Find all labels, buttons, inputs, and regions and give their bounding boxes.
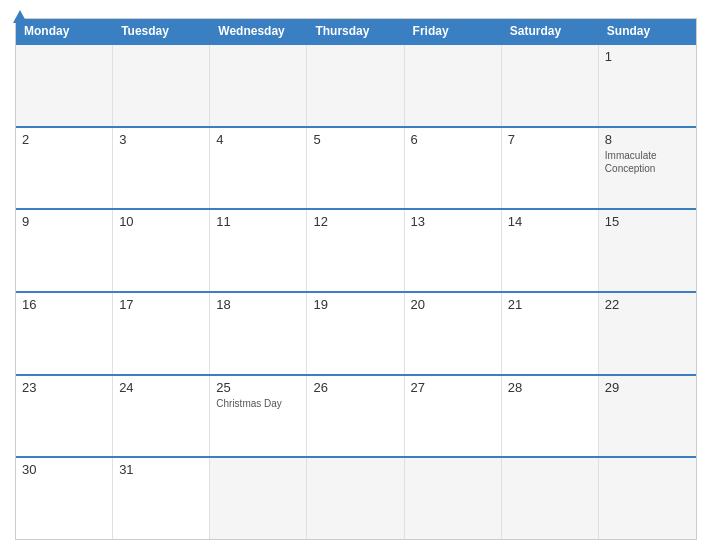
calendar-cell: 16 — [16, 293, 113, 374]
day-number: 3 — [119, 132, 203, 147]
calendar-cell: 23 — [16, 376, 113, 457]
day-number: 11 — [216, 214, 300, 229]
calendar-cell: 7 — [502, 128, 599, 209]
calendar-cell: 24 — [113, 376, 210, 457]
day-header-thursday: Thursday — [307, 19, 404, 43]
calendar-cell — [210, 45, 307, 126]
calendar-cell: 8Immaculate Conception — [599, 128, 696, 209]
calendar-cell: 13 — [405, 210, 502, 291]
calendar-week-2: 2345678Immaculate Conception — [16, 126, 696, 209]
day-number: 30 — [22, 462, 106, 477]
day-number: 17 — [119, 297, 203, 312]
calendar-week-6: 3031 — [16, 456, 696, 539]
calendar-cell: 25Christmas Day — [210, 376, 307, 457]
calendar-cell — [599, 458, 696, 539]
day-number: 23 — [22, 380, 106, 395]
calendar-cell: 17 — [113, 293, 210, 374]
calendar-day-headers: MondayTuesdayWednesdayThursdayFridaySatu… — [16, 19, 696, 43]
day-number: 5 — [313, 132, 397, 147]
calendar-cell: 6 — [405, 128, 502, 209]
calendar-cell: 4 — [210, 128, 307, 209]
day-number: 26 — [313, 380, 397, 395]
calendar-cell — [405, 45, 502, 126]
day-number: 27 — [411, 380, 495, 395]
calendar-week-3: 9101112131415 — [16, 208, 696, 291]
calendar-cell: 10 — [113, 210, 210, 291]
calendar-cell — [210, 458, 307, 539]
day-number: 8 — [605, 132, 690, 147]
day-header-sunday: Sunday — [599, 19, 696, 43]
logo-triangle-icon — [13, 10, 27, 23]
day-number: 19 — [313, 297, 397, 312]
calendar-cell — [307, 458, 404, 539]
day-header-monday: Monday — [16, 19, 113, 43]
day-number: 28 — [508, 380, 592, 395]
day-header-tuesday: Tuesday — [113, 19, 210, 43]
calendar-cell: 3 — [113, 128, 210, 209]
day-number: 16 — [22, 297, 106, 312]
calendar-cell — [405, 458, 502, 539]
day-event: Christmas Day — [216, 397, 300, 410]
calendar-cell: 5 — [307, 128, 404, 209]
day-number: 10 — [119, 214, 203, 229]
calendar-cell: 15 — [599, 210, 696, 291]
day-number: 25 — [216, 380, 300, 395]
day-number: 31 — [119, 462, 203, 477]
day-number: 4 — [216, 132, 300, 147]
calendar-page: MondayTuesdayWednesdayThursdayFridaySatu… — [0, 0, 712, 550]
calendar-cell: 2 — [16, 128, 113, 209]
day-header-saturday: Saturday — [502, 19, 599, 43]
day-number: 1 — [605, 49, 690, 64]
calendar-cell — [502, 458, 599, 539]
calendar-cell: 12 — [307, 210, 404, 291]
calendar-cell: 31 — [113, 458, 210, 539]
calendar-cell: 14 — [502, 210, 599, 291]
day-number: 7 — [508, 132, 592, 147]
day-number: 2 — [22, 132, 106, 147]
calendar-cell — [113, 45, 210, 126]
calendar-cell: 20 — [405, 293, 502, 374]
calendar-cell: 30 — [16, 458, 113, 539]
calendar-cell: 9 — [16, 210, 113, 291]
day-number: 6 — [411, 132, 495, 147]
day-number: 20 — [411, 297, 495, 312]
calendar-cell — [502, 45, 599, 126]
calendar-week-5: 232425Christmas Day26272829 — [16, 374, 696, 457]
calendar-cell: 26 — [307, 376, 404, 457]
calendar-cell: 11 — [210, 210, 307, 291]
calendar-cell: 22 — [599, 293, 696, 374]
calendar-cell: 19 — [307, 293, 404, 374]
day-number: 14 — [508, 214, 592, 229]
day-number: 13 — [411, 214, 495, 229]
day-number: 12 — [313, 214, 397, 229]
day-number: 29 — [605, 380, 690, 395]
calendar-week-4: 16171819202122 — [16, 291, 696, 374]
day-header-friday: Friday — [405, 19, 502, 43]
calendar-cell: 21 — [502, 293, 599, 374]
day-number: 21 — [508, 297, 592, 312]
calendar-cell: 1 — [599, 45, 696, 126]
day-number: 15 — [605, 214, 690, 229]
calendar-grid: MondayTuesdayWednesdayThursdayFridaySatu… — [15, 18, 697, 540]
calendar-week-1: 1 — [16, 43, 696, 126]
calendar-cell — [16, 45, 113, 126]
calendar-body: 12345678Immaculate Conception91011121314… — [16, 43, 696, 539]
day-header-wednesday: Wednesday — [210, 19, 307, 43]
day-event: Immaculate Conception — [605, 149, 690, 175]
day-number: 9 — [22, 214, 106, 229]
day-number: 22 — [605, 297, 690, 312]
day-number: 24 — [119, 380, 203, 395]
calendar-cell: 29 — [599, 376, 696, 457]
calendar-cell — [307, 45, 404, 126]
calendar-cell: 18 — [210, 293, 307, 374]
day-number: 18 — [216, 297, 300, 312]
calendar-cell: 27 — [405, 376, 502, 457]
calendar-cell: 28 — [502, 376, 599, 457]
